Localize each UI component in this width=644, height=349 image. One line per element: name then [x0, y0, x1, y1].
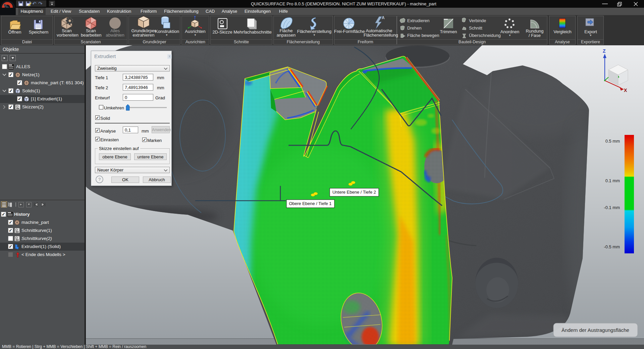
svg-text:-0.5 mm: -0.5 mm	[604, 244, 620, 249]
svg-text:X: X	[624, 88, 627, 93]
svg-text:A: A	[382, 15, 385, 20]
svg-text:Untere Ebene / Tiefe 2: Untere Ebene / Tiefe 2	[332, 190, 376, 195]
svg-text:0.1 mm: 0.1 mm	[605, 178, 620, 183]
svg-text:↷: ↷	[38, 1, 43, 6]
svg-text:Obere Ebene / Tiefe 1: Obere Ebene / Tiefe 1	[289, 201, 331, 206]
svg-text:Ändern der Austragungsfläche: Ändern der Austragungsfläche	[561, 327, 629, 333]
svg-text:↶: ↶	[32, 1, 37, 6]
svg-text:Z: Z	[603, 48, 606, 54]
svg-text:0.5 mm: 0.5 mm	[605, 139, 620, 144]
svg-text:?: ?	[98, 177, 101, 182]
svg-text:-0.1 mm: -0.1 mm	[604, 205, 620, 210]
